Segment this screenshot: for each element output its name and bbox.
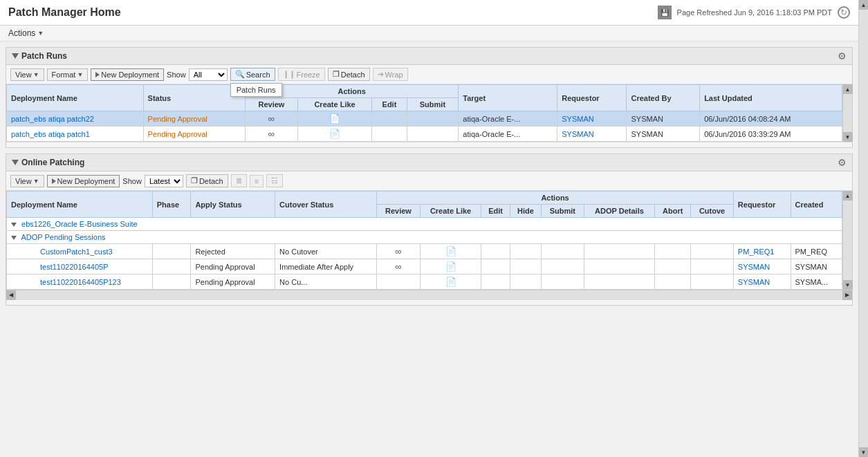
op-doc-icon[interactable]: 📄 — [445, 246, 456, 257]
wrap-button[interactable]: ➜ Wrap — [373, 68, 408, 81]
pr-edit[interactable] — [372, 111, 407, 127]
online-patching-row[interactable]: CustomPatch1_cust3 Rejected No Cutover ∞… — [7, 244, 842, 259]
online-patching-table-scroll[interactable]: Deployment Name Phase Apply Status Cutov… — [6, 191, 842, 290]
op-doc-icon[interactable]: 📄 — [445, 261, 456, 272]
op-row-submit[interactable] — [541, 259, 584, 274]
op-row-name[interactable]: CustomPatch1_cust3 — [7, 244, 153, 259]
op-row-cutove[interactable] — [691, 259, 734, 274]
subgroup-expand-icon[interactable] — [11, 236, 17, 240]
op-subgroup-name[interactable]: ADOP Pending Sessions — [21, 233, 105, 241]
actions-caret: ▼ — [37, 30, 44, 37]
op-col-deployment-name: Deployment Name — [7, 192, 153, 218]
patch-runs-vscroll[interactable]: ▲ ▼ — [842, 84, 852, 142]
op-new-deployment-button[interactable]: New Deployment — [47, 175, 120, 187]
link-icon[interactable]: ∞ — [268, 129, 275, 139]
op-group-name[interactable]: ebs1226_Oracle E-Business Suite — [21, 220, 138, 228]
scroll-up-button[interactable]: ▲ — [843, 84, 853, 94]
group-expand-icon[interactable] — [11, 223, 17, 227]
patch-run-row[interactable]: patch_ebs atiqa patch22 Pending Approval… — [7, 111, 842, 127]
op-row-hide[interactable] — [510, 244, 541, 259]
view-button[interactable]: View ▼ — [10, 68, 44, 81]
pr-create-like[interactable]: 📄 — [297, 127, 372, 142]
h-scroll-track[interactable] — [16, 290, 842, 299]
pr-name[interactable]: patch_ebs atiqa patch1 — [7, 127, 144, 142]
save-icon[interactable]: 💾 — [658, 6, 672, 19]
refresh-icon[interactable]: ↻ — [838, 6, 850, 19]
online-collapse-icon[interactable] — [12, 160, 19, 165]
op-row-name[interactable]: test110220164405P — [7, 259, 153, 274]
online-patching-row[interactable]: test110220164405P123 Pending Approval No… — [7, 274, 842, 290]
patch-run-row[interactable]: patch_ebs atiqa patch1 Pending Approval … — [7, 127, 842, 142]
op-row-adop-details[interactable] — [584, 244, 655, 259]
op-row-hide[interactable] — [510, 274, 541, 290]
op-link-icon[interactable]: ∞ — [395, 261, 401, 272]
scroll-down-button[interactable]: ▼ — [843, 132, 853, 142]
doc-icon[interactable]: 📄 — [329, 113, 340, 124]
op-doc-icon[interactable]: 📄 — [445, 277, 456, 287]
op-detach-button[interactable]: ❐ Detach — [186, 174, 228, 187]
op-subgroup-row: ADOP Pending Sessions — [7, 231, 842, 244]
online-patching-vscroll[interactable]: ▲ ▼ — [842, 191, 852, 290]
op-view-button[interactable]: View ▼ — [10, 175, 44, 187]
op-row-requestor: SYSMAN — [733, 259, 791, 274]
pr-edit[interactable] — [372, 127, 407, 142]
op-row-cutove[interactable] — [691, 274, 734, 290]
page-scroll-up[interactable]: ▲ — [859, 0, 869, 10]
detach-button[interactable]: ❐ Detach — [328, 68, 370, 81]
pr-review[interactable]: ∞ — [246, 111, 298, 127]
new-deployment-button[interactable]: New Deployment — [91, 68, 164, 81]
op-row-adop-details[interactable] — [584, 259, 655, 274]
op-show-dropdown[interactable]: Latest All — [145, 175, 183, 187]
op-group-cell[interactable]: ebs1226_Oracle E-Business Suite — [7, 218, 842, 231]
format-button[interactable]: Format ▼ — [47, 68, 89, 81]
doc-icon[interactable]: 📄 — [329, 129, 340, 139]
h-scroll-right[interactable]: ▶ — [842, 290, 852, 300]
op-row-cutove[interactable] — [691, 244, 734, 259]
op-row-submit[interactable] — [541, 274, 584, 290]
patch-runs-table-scroll[interactable]: Deployment Name Status Actions Target Re… — [6, 84, 842, 142]
op-row-abort[interactable] — [655, 244, 691, 259]
op-row-review[interactable] — [377, 274, 420, 290]
op-row-edit[interactable] — [481, 244, 510, 259]
new-deployment-icon — [95, 72, 100, 77]
op-row-abort[interactable] — [655, 259, 691, 274]
op-btn3[interactable]: ☷ — [266, 174, 283, 187]
op-link-icon[interactable]: ∞ — [395, 246, 401, 257]
op-row-create-like[interactable]: 📄 — [420, 244, 481, 259]
page-vscroll[interactable]: ▲ ▼ — [858, 0, 868, 311]
pr-submit[interactable] — [407, 111, 459, 127]
patch-runs-gear[interactable]: ⚙ — [838, 50, 847, 62]
op-row-abort[interactable] — [655, 274, 691, 290]
actions-dropdown[interactable]: Actions ▼ — [8, 28, 44, 38]
pr-create-like[interactable]: 📄 — [297, 111, 372, 127]
op-row-hide[interactable] — [510, 259, 541, 274]
op-scroll-down-button[interactable]: ▼ — [843, 280, 853, 290]
op-row-edit[interactable] — [481, 274, 510, 290]
op-btn2[interactable]: ≡ — [250, 175, 264, 187]
op-scroll-up-button[interactable]: ▲ — [843, 191, 853, 200]
collapse-icon[interactable] — [12, 53, 19, 59]
link-icon[interactable]: ∞ — [268, 113, 275, 124]
op-row-adop-details[interactable] — [584, 274, 655, 290]
op-row-create-like[interactable]: 📄 — [420, 259, 481, 274]
online-patching-row[interactable]: test110220164405P Pending Approval Immed… — [7, 259, 842, 274]
freeze-icon: ❙❙ — [283, 70, 295, 79]
op-row-edit[interactable] — [481, 259, 510, 274]
online-h-scrollbar[interactable]: ◀ ▶ — [6, 290, 852, 299]
h-scroll-left[interactable]: ◀ — [6, 290, 16, 300]
pr-review[interactable]: ∞ — [246, 127, 298, 142]
online-patching-gear[interactable]: ⚙ — [838, 157, 847, 168]
op-row-review[interactable]: ∞ — [377, 244, 420, 259]
pr-submit[interactable] — [407, 127, 459, 142]
op-row-review[interactable]: ∞ — [377, 259, 420, 274]
op-btn1[interactable]: ≣ — [231, 174, 247, 187]
pr-name[interactable]: patch_ebs atiqa patch22 — [7, 111, 144, 127]
freeze-button[interactable]: ❙❙ Freeze — [278, 68, 325, 81]
show-dropdown[interactable]: All Latest — [189, 68, 228, 81]
op-subgroup-cell[interactable]: ADOP Pending Sessions — [7, 231, 842, 244]
search-button[interactable]: 🔍 Search — [230, 68, 275, 81]
op-row-submit[interactable] — [541, 244, 584, 259]
col-deployment-name: Deployment Name — [7, 85, 144, 111]
op-row-name[interactable]: test110220164405P123 — [7, 274, 153, 290]
op-row-create-like[interactable]: 📄 — [420, 274, 481, 290]
